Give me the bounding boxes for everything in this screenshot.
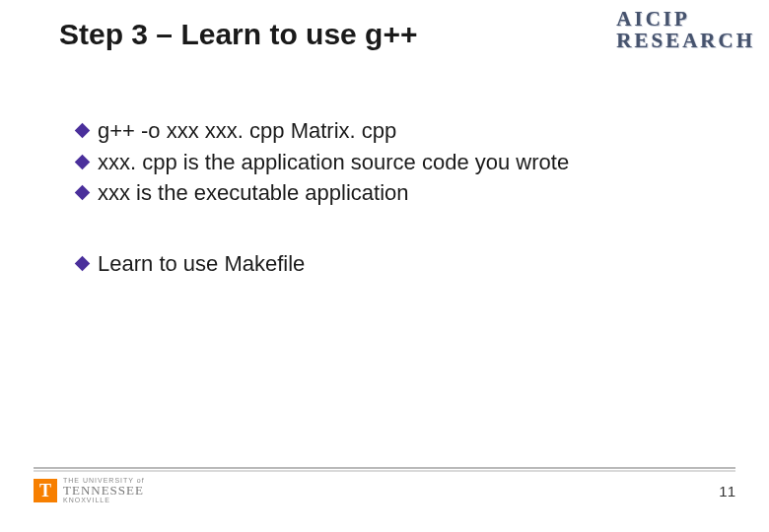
list-item: xxx is the executable application [77, 178, 720, 208]
diamond-bullet-icon [75, 154, 91, 169]
diamond-bullet-icon [75, 256, 91, 272]
aicip-research-logo: AICIP RESEARCH [616, 8, 755, 51]
footer: T THE UNIVERSITY of TENNESSEE KNOXVILLE … [0, 467, 769, 512]
page-number: 11 [719, 483, 735, 499]
bullet-text: Learn to use Makefile [98, 249, 720, 279]
logo-line-2: RESEARCH [616, 30, 755, 51]
bullet-text: xxx is the executable application [98, 178, 720, 208]
diamond-bullet-icon [75, 185, 91, 201]
slide: Step 3 – Learn to use g++ AICIP RESEARCH… [0, 0, 769, 532]
list-item: Learn to use Makefile [77, 249, 720, 279]
logo-line-1: AICIP [616, 8, 755, 30]
ut-logo-text: THE UNIVERSITY of TENNESSEE KNOXVILLE [63, 477, 145, 503]
bullet-text: g++ -o xxx xxx. cpp Matrix. cpp [98, 116, 720, 146]
ut-t-icon: T [34, 479, 57, 502]
slide-title: Step 3 – Learn to use g++ [59, 18, 417, 51]
ut-line-mid: TENNESSEE [63, 484, 145, 497]
footer-divider [34, 467, 735, 471]
content-area: g++ -o xxx xxx. cpp Matrix. cpp xxx. cpp… [77, 116, 720, 281]
bullet-text: xxx. cpp is the application source code … [98, 148, 720, 177]
ut-line-bot: KNOXVILLE [63, 497, 145, 503]
ut-logo: T THE UNIVERSITY of TENNESSEE KNOXVILLE [34, 477, 145, 503]
diamond-bullet-icon [75, 123, 91, 139]
list-item: xxx. cpp is the application source code … [77, 148, 720, 177]
list-item: g++ -o xxx xxx. cpp Matrix. cpp [77, 116, 720, 146]
